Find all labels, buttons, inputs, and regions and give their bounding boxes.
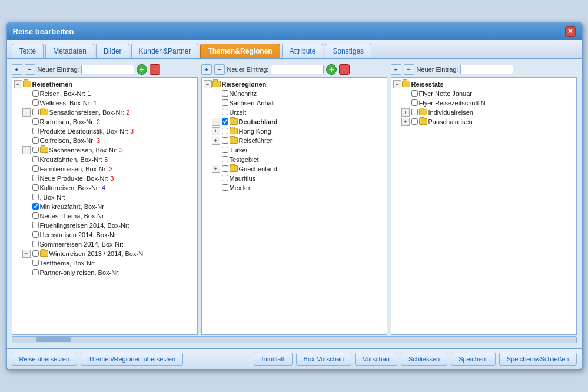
tab-metadaten[interactable]: Metadaten — [45, 44, 94, 58]
item-checkbox[interactable] — [32, 269, 39, 275]
tree-expand-btn[interactable]: + — [401, 118, 410, 126]
list-item: Mauritius — [204, 174, 385, 183]
tree-expand-btn[interactable]: + — [212, 165, 220, 173]
speichern-schliessen-button[interactable]: Speichern&Schließen — [499, 353, 577, 366]
expand-all-btn-3[interactable]: + — [391, 64, 401, 75]
root-expand-2[interactable]: − — [204, 80, 212, 88]
tree-expand-btn[interactable]: + — [22, 108, 31, 117]
item-checkbox[interactable] — [411, 99, 418, 106]
footer-bar: Reise übersetzen Themen/Regionen überset… — [7, 348, 582, 369]
item-checkbox[interactable] — [32, 147, 39, 153]
schliessen-button[interactable]: Schliessen — [401, 353, 447, 366]
item-checkbox[interactable] — [32, 231, 39, 238]
tree-expand-btn[interactable]: + — [22, 146, 31, 154]
item-checkbox[interactable] — [32, 260, 39, 266]
item-checkbox[interactable] — [32, 156, 39, 162]
themen-regionen-uebersetzen-button[interactable]: Themen/Regionen übersetzen — [81, 353, 183, 366]
list-item: Sommerreisen 2014, Box-Nr: — [14, 240, 195, 249]
speichern-button[interactable]: Speichern — [451, 353, 496, 366]
close-button[interactable]: ✕ — [565, 26, 576, 37]
collapse-all-btn-1[interactable]: − — [25, 64, 35, 75]
tab-kunden-partner[interactable]: Kunden&Partner — [131, 44, 199, 58]
infoblatt-button[interactable]: Infoblatt — [254, 353, 292, 366]
item-checkbox[interactable] — [222, 147, 228, 153]
list-item: Mexiko — [204, 183, 385, 192]
tab-sonstiges[interactable]: Sonstiges — [325, 44, 371, 58]
expand-placeholder — [22, 259, 31, 267]
expand-placeholder — [22, 184, 31, 192]
root-expand-1[interactable]: − — [14, 80, 22, 88]
expand-all-btn-2[interactable]: + — [201, 64, 212, 75]
remove-btn-2[interactable]: − — [339, 64, 350, 75]
item-checkbox[interactable] — [32, 241, 39, 247]
item-checkbox[interactable] — [222, 184, 228, 191]
expand-placeholder — [22, 89, 31, 98]
collapse-all-btn-3[interactable]: − — [404, 64, 414, 75]
item-checkbox[interactable] — [222, 165, 228, 172]
item-checkbox[interactable] — [32, 184, 39, 191]
horizontal-scrollbar[interactable] — [12, 336, 577, 343]
item-checkbox[interactable] — [32, 99, 39, 106]
item-checkbox[interactable] — [32, 118, 39, 125]
add-btn-2[interactable]: + — [326, 64, 337, 75]
item-checkbox[interactable] — [222, 118, 228, 125]
tree-expand-btn[interactable]: + — [212, 137, 220, 145]
list-item: Flyer Netto Januar — [393, 89, 574, 98]
item-checkbox[interactable] — [222, 109, 228, 115]
item-checkbox[interactable] — [222, 175, 228, 181]
item-checkbox[interactable] — [32, 90, 39, 97]
reise-uebersetzen-button[interactable]: Reise übersetzen — [12, 353, 78, 366]
box-vorschau-button[interactable]: Box-Vorschau — [296, 353, 351, 366]
item-checkbox[interactable] — [32, 203, 39, 210]
item-checkbox[interactable] — [32, 109, 39, 115]
vorschau-button[interactable]: Vorschau — [355, 353, 397, 366]
expand-placeholder — [212, 155, 220, 164]
item-checkbox[interactable] — [32, 137, 39, 144]
item-checkbox[interactable] — [32, 222, 39, 228]
tree-expand-btn[interactable]: + — [22, 250, 31, 258]
tab-attribute[interactable]: Attribute — [282, 44, 324, 58]
tab-texte[interactable]: Texte — [12, 44, 44, 58]
expand-all-btn-1[interactable]: + — [12, 64, 22, 75]
folder-icon — [230, 118, 238, 125]
dialog: Reise bearbeiten ✕ Texte Metadaten Bilde… — [6, 22, 583, 370]
list-item: + Hong Kong — [204, 127, 385, 136]
tree-expand-btn[interactable]: + — [401, 108, 410, 117]
collapse-all-btn-2[interactable]: − — [214, 64, 225, 75]
list-item: + Sensationsreisen, Box-Nr: 2 — [14, 108, 195, 117]
tree-expand-btn[interactable]: − — [212, 118, 220, 126]
item-checkbox[interactable] — [222, 90, 228, 97]
item-checkbox[interactable] — [222, 128, 228, 134]
list-item: Testthema, Box-Nr: — [14, 258, 195, 268]
expand-placeholder — [22, 127, 31, 135]
folder-icon-root-3 — [402, 81, 410, 87]
folder-icon — [40, 250, 48, 257]
expand-placeholder — [22, 193, 31, 201]
list-item: Testgebiet — [204, 155, 385, 164]
item-checkbox[interactable] — [32, 212, 39, 219]
item-checkbox[interactable] — [222, 156, 228, 162]
remove-btn-1[interactable]: − — [150, 64, 160, 75]
new-entry-input-2[interactable] — [271, 65, 324, 74]
item-checkbox[interactable] — [32, 194, 39, 200]
item-checkbox[interactable] — [32, 250, 39, 257]
new-entry-input-3[interactable] — [460, 65, 513, 74]
list-item: Golfreisen, Box-Nr: 3 — [14, 136, 195, 145]
root-expand-3[interactable]: − — [393, 80, 401, 88]
list-item: Produkte Desitouristik, Box-Nr: 3 — [14, 127, 195, 136]
new-entry-input-1[interactable] — [81, 65, 134, 74]
item-checkbox[interactable] — [32, 128, 39, 134]
item-checkbox[interactable] — [411, 109, 418, 115]
item-checkbox[interactable] — [222, 99, 228, 106]
item-checkbox[interactable] — [411, 118, 418, 125]
tab-themen-regionen[interactable]: Themen&Regionen — [200, 44, 280, 58]
item-checkbox[interactable] — [32, 175, 39, 181]
item-checkbox[interactable] — [222, 137, 228, 144]
item-checkbox[interactable] — [32, 165, 39, 172]
list-item: Minikreuzfahrt, Box-Nr: — [14, 202, 195, 211]
tree-expand-btn[interactable]: + — [212, 127, 220, 135]
tree-root-reisethemen: − Reisethemen — [14, 79, 195, 89]
add-btn-1[interactable]: + — [137, 64, 147, 75]
item-checkbox[interactable] — [411, 90, 418, 97]
tab-bilder[interactable]: Bilder — [96, 44, 129, 58]
